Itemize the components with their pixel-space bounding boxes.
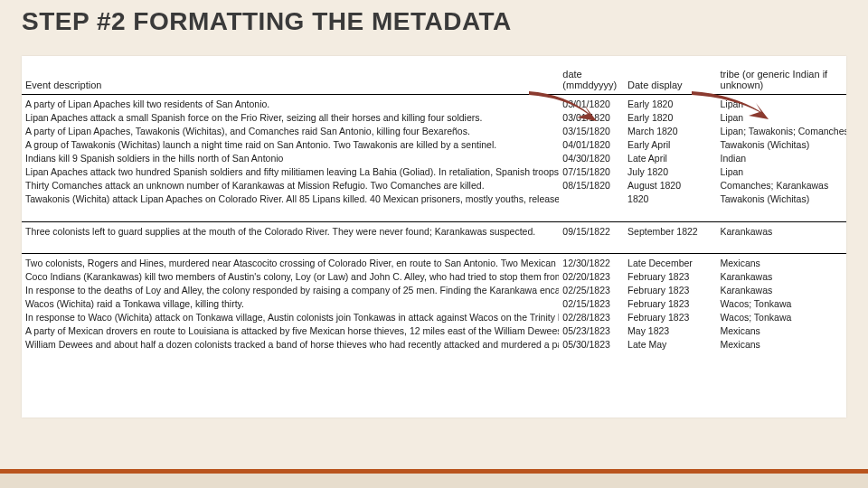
cell-date: 02/15/1823 bbox=[559, 297, 624, 311]
col-tribe: tribe (or generic Indian if unknown) bbox=[717, 56, 846, 95]
cell-disp: March 1820 bbox=[624, 125, 716, 138]
table-row: Wacos (Wichita) raid a Tonkawa village, … bbox=[22, 297, 846, 311]
table-row: Coco Indians (Karankawas) kill two membe… bbox=[22, 270, 846, 284]
cell-disp: Late May bbox=[624, 338, 716, 352]
cell-desc: Three colonists left to guard supplies a… bbox=[22, 221, 559, 238]
cell-desc: Indians kill 9 Spanish soldiers in the h… bbox=[22, 152, 559, 165]
cell-disp: Late December bbox=[624, 254, 716, 270]
col-event-description: Event description bbox=[22, 56, 559, 95]
cell-tribe: Wacos; Tonkawa bbox=[717, 311, 846, 324]
cell-tribe: Lipan bbox=[717, 95, 846, 111]
cell-disp: Early 1820 bbox=[624, 111, 716, 125]
cell-tribe: Mexicans bbox=[717, 254, 846, 270]
metadata-table: Event description date (mmddyyyy) Date d… bbox=[22, 56, 846, 352]
cell-desc: Tawakonis (Wichita) attack Lipan Apaches… bbox=[22, 192, 559, 206]
cell-disp: February 1823 bbox=[624, 270, 716, 284]
cell-desc: William Dewees and about half a dozen co… bbox=[22, 338, 559, 352]
table-row: Tawakonis (Wichita) attack Lipan Apaches… bbox=[22, 192, 846, 206]
cell-tribe: Karankawas bbox=[717, 284, 846, 297]
cell-disp: 1820 bbox=[624, 192, 716, 206]
cell-desc: A party of Lipan Apaches, Tawakonis (Wic… bbox=[22, 125, 559, 138]
cell-tribe: Tawakonis (Wichitas) bbox=[717, 192, 846, 206]
table-row: Lipan Apaches attack two hundred Spanish… bbox=[22, 165, 846, 179]
cell-desc: In response to Waco (Wichita) attack on … bbox=[22, 311, 559, 324]
cell-disp: February 1823 bbox=[624, 297, 716, 311]
cell-tribe: Mexicans bbox=[717, 338, 846, 352]
cell-date: 03/01/1820 bbox=[559, 111, 624, 125]
cell-tribe: Karankawas bbox=[717, 221, 846, 238]
cell-desc: Coco Indians (Karankawas) kill two membe… bbox=[22, 270, 559, 284]
cell-date: 05/23/1823 bbox=[559, 324, 624, 338]
cell-desc: In response to the deaths of Loy and All… bbox=[22, 284, 559, 297]
cell-tribe: Wacos; Tonkawa bbox=[717, 297, 846, 311]
col-date: date (mmddyyyy) bbox=[559, 56, 624, 95]
cell-disp: Early 1820 bbox=[624, 95, 716, 111]
cell-date: 12/30/1822 bbox=[559, 254, 624, 270]
table-row: A party of Mexican drovers en route to L… bbox=[22, 324, 846, 338]
cell-desc: A party of Mexican drovers en route to L… bbox=[22, 324, 559, 338]
table-row: In response to Waco (Wichita) attack on … bbox=[22, 311, 846, 324]
cell-desc: Wacos (Wichita) raid a Tonkawa village, … bbox=[22, 297, 559, 311]
cell-tribe: Karankawas bbox=[717, 270, 846, 284]
table-row: Thirty Comanches attack an unknown numbe… bbox=[22, 179, 846, 192]
spacer-row bbox=[22, 206, 846, 222]
spacer-row bbox=[22, 238, 846, 254]
table-row: A group of Tawakonis (Wichitas) launch a… bbox=[22, 138, 846, 152]
cell-desc: Lipan Apaches attack a small Spanish for… bbox=[22, 111, 559, 125]
cell-disp: Early April bbox=[624, 138, 716, 152]
slide-title: STEP #2 FORMATTING THE METADATA bbox=[22, 7, 512, 36]
table-row: Lipan Apaches attack a small Spanish for… bbox=[22, 111, 846, 125]
footer-accent-bar bbox=[0, 469, 868, 474]
cell-tribe: Tawakonis (Wichitas) bbox=[717, 138, 846, 152]
cell-disp: May 1823 bbox=[624, 324, 716, 338]
cell-date: 08/15/1820 bbox=[559, 179, 624, 192]
table-row: William Dewees and about half a dozen co… bbox=[22, 338, 846, 352]
cell-date: 03/15/1820 bbox=[559, 125, 624, 138]
cell-tribe: Lipan; Tawakonis; Comanches bbox=[717, 125, 846, 138]
cell-desc: A party of Lipan Apaches kill two reside… bbox=[22, 95, 559, 111]
col-date-display: Date display bbox=[624, 56, 716, 95]
cell-tribe: Indian bbox=[717, 152, 846, 165]
cell-date bbox=[559, 192, 624, 206]
cell-desc: Lipan Apaches attack two hundred Spanish… bbox=[22, 165, 559, 179]
cell-disp: February 1823 bbox=[624, 284, 716, 297]
cell-disp: Late April bbox=[624, 152, 716, 165]
spreadsheet-panel: Event description date (mmddyyyy) Date d… bbox=[22, 56, 846, 418]
cell-date: 09/15/1822 bbox=[559, 221, 624, 238]
cell-desc: Two colonists, Rogers and Hines, murdere… bbox=[22, 254, 559, 270]
cell-date: 05/30/1823 bbox=[559, 338, 624, 352]
cell-date: 03/01/1820 bbox=[559, 95, 624, 111]
cell-tribe: Lipan bbox=[717, 111, 846, 125]
table-row: A party of Lipan Apaches, Tawakonis (Wic… bbox=[22, 125, 846, 138]
cell-date: 07/15/1820 bbox=[559, 165, 624, 179]
cell-date: 02/25/1823 bbox=[559, 284, 624, 297]
cell-date: 04/30/1820 bbox=[559, 152, 624, 165]
table-row: Three colonists left to guard supplies a… bbox=[22, 221, 846, 238]
table-row: In response to the deaths of Loy and All… bbox=[22, 284, 846, 297]
cell-disp: September 1822 bbox=[624, 221, 716, 238]
cell-tribe: Lipan bbox=[717, 165, 846, 179]
cell-desc: Thirty Comanches attack an unknown numbe… bbox=[22, 179, 559, 192]
cell-tribe: Mexicans bbox=[717, 324, 846, 338]
cell-date: 02/28/1823 bbox=[559, 311, 624, 324]
table-header-row: Event description date (mmddyyyy) Date d… bbox=[22, 56, 846, 95]
cell-date: 02/20/1823 bbox=[559, 270, 624, 284]
cell-disp: July 1820 bbox=[624, 165, 716, 179]
table-row: Indians kill 9 Spanish soldiers in the h… bbox=[22, 152, 846, 165]
cell-desc: A group of Tawakonis (Wichitas) launch a… bbox=[22, 138, 559, 152]
cell-date: 04/01/1820 bbox=[559, 138, 624, 152]
slide: STEP #2 FORMATTING THE METADATA Event de… bbox=[0, 0, 868, 488]
table-row: Two colonists, Rogers and Hines, murdere… bbox=[22, 254, 846, 270]
cell-tribe: Comanches; Karankawas bbox=[717, 179, 846, 192]
cell-disp: February 1823 bbox=[624, 311, 716, 324]
footer-base bbox=[0, 474, 868, 488]
cell-disp: August 1820 bbox=[624, 179, 716, 192]
table-row: A party of Lipan Apaches kill two reside… bbox=[22, 95, 846, 111]
